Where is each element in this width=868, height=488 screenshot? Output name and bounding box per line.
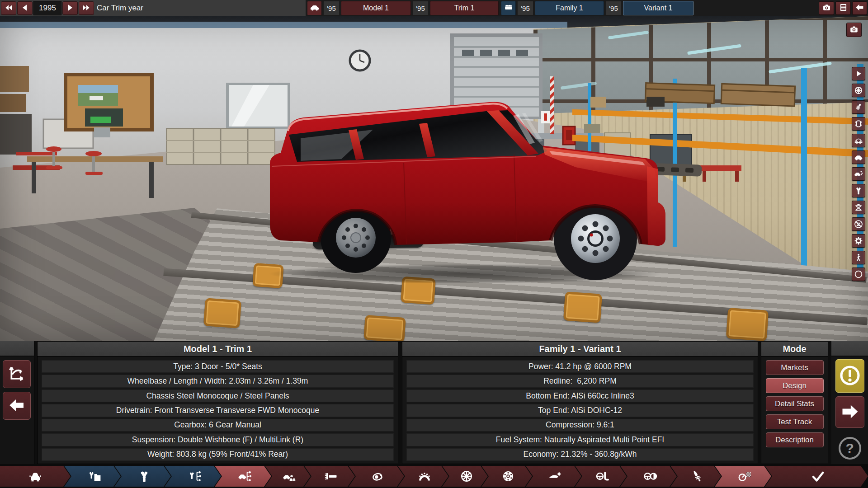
automation-car-designer: 1995 Car Trim year '95 Model 1 '95 Trim …	[0, 0, 868, 488]
viewport-tool-wheel[interactable]	[852, 84, 865, 97]
back-button[interactable]	[852, 1, 867, 15]
toolbar-tab-test-track[interactable]	[715, 466, 771, 487]
arrow-left-icon	[8, 396, 26, 416]
variant-panel-title: Family 1 - Variant 1	[402, 342, 758, 357]
3d-viewport[interactable]	[0, 16, 868, 341]
trim-tab[interactable]: Trim 1	[430, 1, 499, 15]
trim-spec-row-3: Drivetrain: Front Transverse Transverse …	[42, 404, 394, 417]
family-tab[interactable]: Family 1	[535, 1, 604, 15]
warnings-button[interactable]	[835, 359, 864, 393]
document-list-icon	[839, 3, 848, 14]
viewport-tool-suspension[interactable]	[852, 100, 865, 114]
year-prev-button[interactable]	[17, 1, 33, 15]
variant-stats-panel: Family 1 - Variant 1 Power: 41.2 hp @ 60…	[402, 341, 758, 464]
trim-year-value[interactable]: 1995	[33, 1, 61, 15]
photo-mode-button[interactable]	[819, 1, 834, 15]
toolbar-tab-aero[interactable]	[526, 466, 581, 487]
screenshot-button[interactable]	[846, 23, 862, 37]
viewport-tool-circle[interactable]	[852, 267, 865, 281]
toolbar-tab-body-seats[interactable]	[265, 466, 311, 487]
viewport-tool-car-silhouette[interactable]	[852, 150, 865, 164]
front-bumper	[647, 166, 665, 246]
mode-button-detail-stats[interactable]: Detail Stats	[766, 396, 824, 411]
trim-year-tag: '95	[412, 1, 429, 15]
previous-step-button[interactable]	[3, 392, 31, 420]
year-last-button[interactable]	[79, 1, 94, 15]
year-first-button[interactable]	[1, 1, 16, 15]
toolbar-tab-engine-folder[interactable]	[64, 466, 121, 487]
variant-spec-row-2: Bottom End: AlSi 660cc Inline3	[406, 389, 754, 402]
graph-icon	[8, 365, 26, 384]
mode-panel: Mode MarketsDesignDetail StatsTest Track…	[761, 341, 829, 464]
variant-tab[interactable]: Variant 1	[623, 1, 693, 15]
toolbar-tab-suspension-tune[interactable]	[670, 466, 721, 487]
top-toolbar: 1995 Car Trim year '95 Model 1 '95 Trim …	[0, 0, 868, 16]
toolbar-tab-drivability[interactable]	[620, 466, 677, 487]
mode-button-design[interactable]: Design	[766, 378, 824, 393]
dyno-pad	[726, 308, 769, 341]
variant-spec-row-5: Fuel System: Naturally Aspirated Multi P…	[406, 433, 754, 446]
viewport-tool-lift[interactable]	[852, 201, 865, 214]
viewport-tool-play[interactable]	[852, 67, 865, 80]
toolbar-tab-wheel-arch[interactable]	[398, 466, 448, 487]
action-header	[831, 341, 868, 357]
viewport-tool-car-trim[interactable]	[852, 167, 865, 181]
trim-stats-panel: Model 1 - Trim 1 Type: 3 Door - 5/0* Sea…	[37, 341, 398, 464]
toolbar-tab-car-front[interactable]	[0, 466, 71, 487]
toolbar-tab-wheels[interactable]	[442, 466, 488, 487]
toolbar-tab-engine-variant[interactable]	[165, 466, 221, 487]
trim-spec-row-5: Suspension: Double Wishbone (F) / MultiL…	[42, 433, 394, 446]
mode-button-test-track[interactable]: Test Track	[766, 414, 824, 429]
dyno-pad	[363, 315, 406, 341]
trim-spec-row-6: Weight: 803.8 kg (59% Front/41% Rear)	[42, 448, 394, 461]
next-step-button[interactable]	[835, 396, 864, 428]
mode-buttons: MarketsDesignDetail StatsTest TrackDescr…	[761, 360, 828, 447]
design-step-toolbar	[0, 464, 868, 488]
variant-spec-row-1: Redline: 6,200 RPM	[406, 375, 754, 387]
camera-icon	[822, 3, 831, 14]
viewport-tool-engine[interactable]	[852, 184, 865, 197]
toolbar-tab-brakes[interactable]	[481, 466, 532, 487]
viewport-tool-column	[852, 67, 865, 281]
mode-button-markets[interactable]: Markets	[766, 360, 824, 375]
variant-spec-row-6: Economy: 21.32% - 360.8g/kWh	[406, 448, 754, 461]
dyno-pad	[563, 291, 602, 323]
trim-spec-row-4: Gearbox: 6 Gear Manual	[42, 419, 394, 432]
left-icon	[20, 3, 29, 14]
wall-clock	[350, 51, 370, 70]
viewport-tool-body-frame[interactable]	[852, 134, 865, 147]
engine-family-icon	[501, 1, 516, 15]
trim-panel-title: Model 1 - Trim 1	[38, 342, 398, 357]
model-year-tag: '95	[323, 1, 340, 15]
summary-list-button[interactable]	[835, 1, 851, 15]
viewport-tool-lift-disabled[interactable]	[852, 217, 865, 231]
car-model[interactable]	[260, 70, 669, 283]
mode-button-description[interactable]: Description	[766, 432, 824, 447]
trim-spec-row-1: Wheelbase / Length / Width: 2.03m / 3.26…	[42, 375, 394, 387]
viewport-tool-pedestrian[interactable]	[852, 251, 865, 264]
graph-view-button[interactable]	[3, 360, 31, 388]
viewport-tool-settings-gear[interactable]	[852, 234, 865, 248]
year-next-button[interactable]	[62, 1, 78, 15]
toolbar-tab-headlight[interactable]	[349, 466, 404, 487]
viewport-tool-chassis[interactable]	[852, 117, 865, 131]
dyno-pad	[203, 298, 241, 328]
mode-panel-title: Mode	[761, 342, 828, 357]
bulletin-board	[64, 73, 154, 137]
trim-spec-row-2: Chassis Steel Monocoque / Steel Panels	[42, 389, 394, 402]
model-icon	[307, 1, 322, 15]
toolbar-tab-interior[interactable]	[575, 466, 627, 487]
trim-spec-row-0: Type: 3 Door - 5/0* Seats	[42, 360, 394, 373]
toolbar-tab-finish-check[interactable]	[765, 466, 868, 487]
year-scope-label: Car Trim year	[97, 0, 143, 16]
help-button[interactable]: ?	[839, 437, 861, 460]
right-icon	[66, 3, 75, 14]
toolbar-tab-engine[interactable]	[114, 466, 171, 487]
variant-spec-row-0: Power: 41.2 hp @ 6000 RPM	[406, 360, 754, 373]
variant-year-tag: '95	[605, 1, 622, 15]
model-tab[interactable]: Model 1	[341, 1, 411, 15]
arrow-left-icon	[855, 3, 864, 14]
toolbar-tab-car-variant[interactable]	[215, 466, 271, 487]
bottom-info-bar: Model 1 - Trim 1 Type: 3 Door - 5/0* Sea…	[0, 341, 868, 464]
toolbar-tab-fixtures[interactable]	[304, 466, 355, 487]
